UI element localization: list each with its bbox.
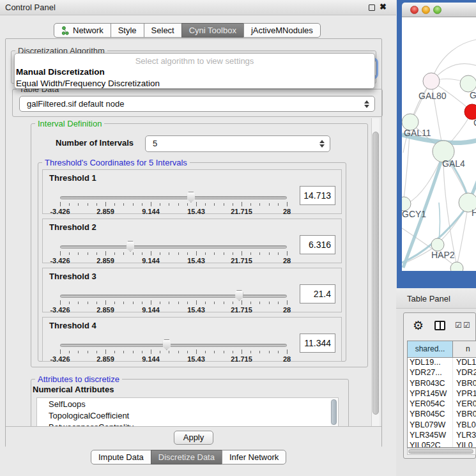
tick-mark xyxy=(78,252,79,255)
attributes-scrollbar[interactable] xyxy=(330,399,337,426)
table-row[interactable]: YBL079WYBL0 xyxy=(408,420,476,431)
cell-shared-name[interactable]: YBR045C xyxy=(408,410,453,420)
cell-shared-name[interactable]: YBL079W xyxy=(408,420,453,431)
tab-cyni-toolbox[interactable]: Cyni Toolbox xyxy=(181,23,244,38)
cell-shared-name[interactable]: YPR145W xyxy=(408,389,453,399)
cell-name[interactable]: YLR3 xyxy=(453,431,476,441)
scrollbar-thumb[interactable] xyxy=(408,449,473,454)
column-header-name[interactable]: n xyxy=(453,341,476,357)
cell-name[interactable]: YBR0 xyxy=(453,410,476,420)
close-icon[interactable]: ✖ xyxy=(380,2,387,12)
table-columns-icon[interactable] xyxy=(434,321,445,330)
cell-shared-name[interactable]: YDL19... xyxy=(408,358,453,368)
network-window-titlebar xyxy=(402,3,476,17)
attribute-list-item[interactable]: SelfLoops xyxy=(37,398,338,410)
table-row[interactable]: YDL19...YDL1 xyxy=(408,358,476,368)
attribute-list-item[interactable]: BetweennessCentrality xyxy=(37,421,338,426)
network-node[interactable] xyxy=(450,262,463,271)
cell-name[interactable]: YBR0 xyxy=(453,379,476,389)
scrollbar-thumb[interactable] xyxy=(372,132,379,415)
numerical-attributes-list[interactable]: SelfLoopsTopologicalCoefficientBetweenne… xyxy=(36,397,339,426)
network-node[interactable] xyxy=(431,238,444,251)
network-node[interactable] xyxy=(423,73,440,89)
cell-name[interactable]: YDR2 xyxy=(453,368,476,378)
tab-style[interactable]: Style xyxy=(111,23,144,38)
table-row[interactable]: YIL052CYIL0 xyxy=(408,441,476,448)
slider-thumb[interactable] xyxy=(234,290,244,301)
attribute-list-item[interactable]: TopologicalCoefficient xyxy=(37,410,338,421)
tick-label: 15.43 xyxy=(177,208,215,215)
tick-mark xyxy=(196,202,197,206)
tick-mark xyxy=(205,351,206,353)
cell-shared-name[interactable]: YER054C xyxy=(408,399,453,410)
attributes-group-title: Attributes to discretize xyxy=(35,374,122,384)
cell-name[interactable]: YDL1 xyxy=(453,358,476,368)
cell-shared-name[interactable]: YIL052C xyxy=(408,441,453,448)
panel-title: Control Panel xyxy=(5,3,56,12)
tick-mark xyxy=(133,203,134,206)
cell-shared-name[interactable]: YLR345W xyxy=(408,431,453,441)
tick-mark xyxy=(214,351,215,353)
table-horizontal-scrollbar[interactable] xyxy=(407,448,476,455)
threshold-value-field[interactable]: 11.344 xyxy=(300,334,335,353)
slider-thumb[interactable] xyxy=(162,339,171,350)
settings-vertical-scrollbar[interactable] xyxy=(371,118,380,426)
slider-thumb[interactable] xyxy=(126,241,135,252)
network-canvas[interactable]: GAL80GCGAL11GAL4GCY1HHAP2 xyxy=(402,17,476,271)
cell-name[interactable]: YIL0 xyxy=(453,441,476,448)
cell-name[interactable]: YBL0 xyxy=(453,420,476,431)
dropdown-option-manual-discretization[interactable]: Manual Discretization xyxy=(16,67,105,77)
checkbox-select-icon[interactable]: ☑ xyxy=(455,321,462,330)
table-data-combo[interactable]: galFiltered.sif default node xyxy=(19,96,375,112)
tab-jactivemnodules[interactable]: jActiveMNodules xyxy=(243,23,321,38)
scrollbar-thumb[interactable] xyxy=(331,399,337,425)
apply-button[interactable]: Apply xyxy=(174,431,213,445)
slider-track[interactable] xyxy=(60,344,287,347)
tab-impute-data[interactable]: Impute Data xyxy=(91,450,151,464)
tab-discretize-data[interactable]: Discretize Data xyxy=(151,450,222,464)
table-row[interactable]: YPR145WYPR1 xyxy=(408,389,476,399)
float-window-icon[interactable] xyxy=(369,4,375,11)
tick-mark xyxy=(88,252,88,255)
cell-name[interactable]: YPR1 xyxy=(453,389,476,399)
tick-mark xyxy=(169,252,169,255)
slider-track[interactable] xyxy=(60,196,287,199)
tab-network[interactable]: Network xyxy=(54,23,111,38)
table-row[interactable]: YBR045CYBR0 xyxy=(408,410,476,420)
table-panel-title: Table Panel xyxy=(407,294,450,303)
tick-mark xyxy=(133,351,134,353)
tab-select[interactable]: Select xyxy=(144,23,182,38)
network-node-label: GAL4 xyxy=(442,158,465,169)
tick-mark xyxy=(178,302,179,304)
table-row[interactable]: YDR27...YDR2 xyxy=(408,368,476,378)
table-row[interactable]: YLR345WYLR3 xyxy=(408,431,476,441)
minimize-traffic-light-icon[interactable] xyxy=(422,6,430,14)
threshold-value-field[interactable]: 6.316 xyxy=(300,235,335,254)
table-row[interactable]: YER054CYER0 xyxy=(408,399,476,410)
threshold-value-field[interactable]: 14.713 xyxy=(300,186,335,205)
checkbox-select-all-icon[interactable]: ☑ xyxy=(463,321,470,330)
column-header-shared-name[interactable]: shared... xyxy=(408,341,453,357)
cell-shared-name[interactable]: YDR27... xyxy=(408,368,453,378)
tab-infer-network[interactable]: Infer Network xyxy=(222,450,286,464)
num-intervals-combo[interactable]: 5 xyxy=(145,135,330,152)
tick-mark xyxy=(214,302,215,304)
cell-name[interactable]: YER0 xyxy=(453,399,476,410)
slider-tick-labels: -3.4262.8599.14415.4321.71528 xyxy=(60,257,287,265)
tick-label: 2.859 xyxy=(86,208,125,215)
close-traffic-light-icon[interactable] xyxy=(410,6,418,14)
cell-shared-name[interactable]: YBR043C xyxy=(408,379,453,389)
threshold-label: Threshold 3 xyxy=(49,272,96,281)
slider-thumb[interactable] xyxy=(186,192,196,203)
gear-icon[interactable]: ⚙ xyxy=(413,318,424,333)
node-attribute-table[interactable]: shared... n YDL19...YDL1YDR27...YDR2YBR0… xyxy=(407,341,476,448)
dropdown-option-equal-width[interactable]: Equal Width/Frequency Discretization xyxy=(16,79,160,88)
table-row[interactable]: YBR043CYBR0 xyxy=(408,379,476,389)
zoom-traffic-light-icon[interactable] xyxy=(433,6,441,14)
slider-track[interactable] xyxy=(60,245,287,249)
tick-mark xyxy=(69,203,70,206)
slider-track[interactable] xyxy=(60,295,287,298)
tick-mark xyxy=(287,251,288,256)
threshold-value-field[interactable]: 21.4 xyxy=(300,284,335,303)
tick-mark xyxy=(169,351,169,353)
